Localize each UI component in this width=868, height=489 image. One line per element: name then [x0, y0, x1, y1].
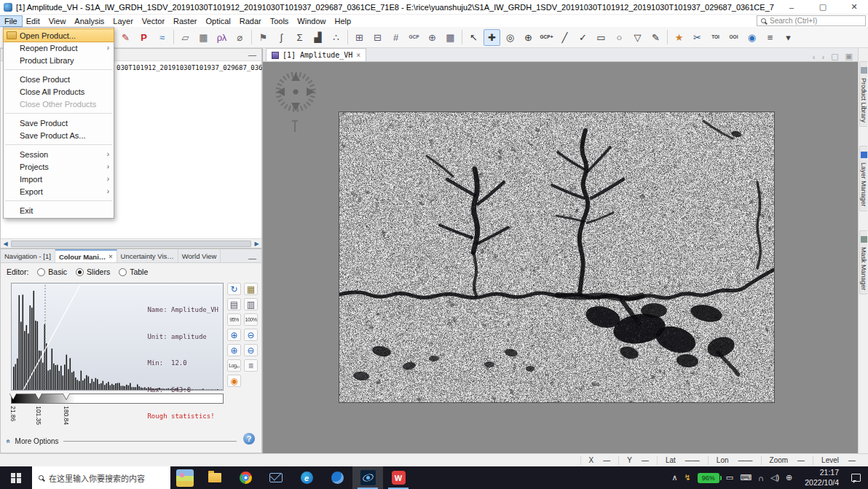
snap-taskbar-icon[interactable]	[352, 466, 383, 489]
gcp-grid-icon[interactable]: ▦	[442, 29, 459, 46]
menu-product-library[interactable]: Product Library	[4, 54, 114, 66]
star-icon[interactable]: ★	[671, 29, 687, 46]
toolbar-icon[interactable]	[462, 30, 462, 44]
menu-item[interactable]: Analysis	[70, 16, 108, 26]
zoom-tool-icon[interactable]: ◎	[502, 29, 518, 46]
dock-tab-product-library[interactable]: Product Library	[859, 61, 867, 127]
pan-tool-icon[interactable]: ✚	[484, 29, 500, 46]
menu-item[interactable]: Tools	[266, 16, 293, 26]
scroll-tabs-left-icon[interactable]: ‹	[813, 52, 816, 61]
browser-icon[interactable]	[322, 466, 352, 489]
navigation-compass[interactable]	[272, 69, 319, 115]
reset-palette-icon[interactable]: ↻	[227, 283, 241, 295]
export-palette-icon[interactable]: ▥	[244, 298, 258, 310]
tray-expand-icon[interactable]: ∧	[671, 473, 677, 482]
extra-info-icon[interactable]: ◉	[227, 375, 241, 387]
zoom-out-vertical-icon[interactable]: ⊖	[244, 344, 258, 356]
pencil-tool-icon[interactable]: ✎	[647, 29, 664, 46]
menu-export[interactable]: Export ›	[4, 185, 114, 197]
menu-exit[interactable]: Exit	[4, 204, 114, 216]
menu-item[interactable]: Optical	[201, 16, 234, 26]
gcp-pin-icon[interactable]: ⊕	[424, 29, 441, 46]
band-maths-icon[interactable]: ρλ	[213, 29, 230, 46]
log10-button[interactable]: Log₁₀	[227, 359, 241, 372]
maximize-button[interactable]: ▢	[809, 0, 837, 15]
radio-basic[interactable]: Basic	[37, 267, 67, 276]
zoom-in-vertical-icon[interactable]: ⊕	[227, 344, 241, 356]
gcp-add-icon[interactable]: GCP+	[538, 29, 555, 46]
image-viewport[interactable]	[263, 62, 858, 453]
stretch-100-button[interactable]: 100%	[244, 313, 258, 326]
toolbar-icon[interactable]	[251, 30, 252, 44]
file-explorer-icon[interactable]	[200, 466, 230, 489]
toolbar-icon[interactable]	[667, 30, 668, 44]
search-input[interactable]: Search (Ctrl+I)	[757, 15, 866, 26]
tab-colour-manipulation[interactable]: Colour Mani…×	[55, 249, 117, 262]
horizontal-scrollbar[interactable]: ◀ ▶	[1, 238, 261, 248]
polygon-select-icon[interactable]: ▱	[177, 29, 194, 46]
histogram-icon[interactable]: ▟	[309, 29, 326, 46]
scrollbar-thumb[interactable]	[11, 240, 251, 247]
menu-save-product-as[interactable]: Save Product As...	[4, 129, 114, 141]
zoom-slider[interactable]	[294, 120, 296, 132]
battery-indicator[interactable]: 96%	[698, 473, 719, 483]
education-globe-icon[interactable]: ◉	[743, 29, 760, 46]
zoom-plus-icon[interactable]: ⊕	[520, 29, 537, 46]
product-tree-node[interactable]: 030T101912_20191030T101937_029687_0361CE…	[117, 64, 286, 71]
file-menu-item[interactable]	[5, 197, 112, 201]
menu-close-other-products[interactable]: Close Other Products	[4, 98, 114, 110]
edge-icon[interactable]	[291, 466, 322, 489]
layer-edit-icon[interactable]: ≡	[762, 29, 778, 46]
keyboard-icon[interactable]: ⌨	[740, 473, 751, 482]
line-tool-icon[interactable]: ╱	[556, 29, 573, 46]
check-tool-icon[interactable]: ✓	[575, 29, 591, 46]
grid-icon[interactable]: #	[387, 29, 404, 46]
radio-button-icon[interactable]	[37, 268, 45, 276]
colour-gradient-bar[interactable]	[11, 394, 224, 404]
toi-icon[interactable]: TOI	[707, 29, 724, 46]
menu-close-product[interactable]: Close Product	[4, 73, 114, 85]
tab-close-icon[interactable]: ×	[108, 253, 112, 260]
display-icon[interactable]: ▭	[726, 473, 733, 482]
menu-item[interactable]: Vector	[138, 16, 169, 26]
file-menu-item[interactable]	[5, 66, 112, 70]
maximize-view-icon[interactable]: ▣	[845, 52, 853, 61]
radio-button-icon[interactable]	[119, 268, 127, 276]
scroll-tabs-right-icon[interactable]: ›	[822, 52, 825, 61]
ellipse-tool-icon[interactable]: ○	[611, 29, 628, 46]
toolbar-icon[interactable]	[173, 30, 174, 44]
radio-button-icon[interactable]	[76, 268, 84, 276]
weather-widget[interactable]	[170, 466, 200, 489]
close-button[interactable]: ✕	[840, 0, 868, 15]
tab-world-view[interactable]: World View	[178, 249, 221, 262]
network-icon[interactable]: ⊕	[786, 473, 792, 482]
mask-icon[interactable]: ▦	[195, 29, 212, 46]
menu-item[interactable]: View	[44, 16, 71, 26]
evenly-distribute-icon[interactable]: ≡	[244, 359, 258, 372]
radio-sliders[interactable]: Sliders	[76, 267, 110, 276]
menu-session[interactable]: Session ›	[4, 148, 114, 160]
menu-item[interactable]: Radar	[235, 16, 266, 26]
stretch-95-button[interactable]: 95%	[227, 313, 241, 326]
export-image-icon[interactable]: ≈	[154, 29, 170, 46]
notification-center-icon[interactable]	[851, 474, 861, 482]
copy-icon[interactable]: ⊞	[351, 29, 368, 46]
menu-item[interactable]: Raster	[169, 16, 201, 26]
scroll-right-icon[interactable]: ▶	[252, 240, 261, 247]
histogram-area[interactable]: Name: Amplitude_VH Unit: amplitude Min: …	[11, 283, 224, 391]
help-icon[interactable]: ?	[243, 433, 255, 445]
menu-save-product[interactable]: Save Product	[4, 117, 114, 129]
select-tool-icon[interactable]: ↖	[465, 29, 482, 46]
polygon-tool-icon[interactable]: ▽	[629, 29, 646, 46]
menu-item[interactable]: Edit	[22, 16, 44, 26]
toolbar-icon[interactable]	[347, 30, 348, 44]
zoom-in-horizontal-icon[interactable]: ⊕	[227, 329, 241, 341]
measure-icon[interactable]: ⌀	[232, 29, 248, 46]
panel-minimize-icon[interactable]: —	[248, 50, 256, 59]
image-view-tab[interactable]: [1] Amplitude_VH ×	[266, 48, 366, 61]
file-menu-item[interactable]	[5, 110, 112, 114]
zoom-out-horizontal-icon[interactable]: ⊖	[244, 329, 258, 341]
paste-icon[interactable]: ⊟	[369, 29, 386, 46]
menu-projects[interactable]: Projects ›	[4, 160, 114, 173]
wps-icon[interactable]	[383, 466, 414, 489]
